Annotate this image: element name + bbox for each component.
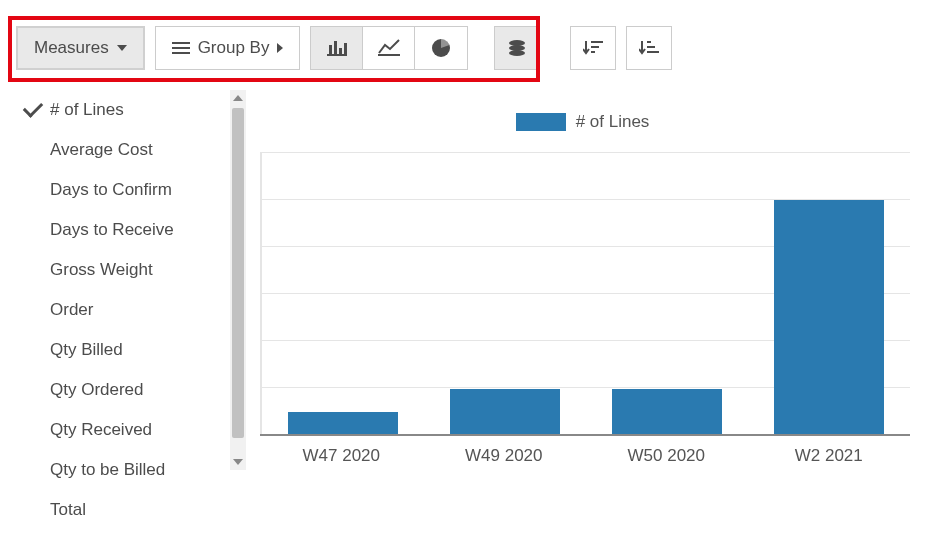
bar-chart-icon [327,39,347,57]
line-chart-button[interactable] [363,27,415,69]
bar[interactable] [288,412,398,436]
svg-rect-8 [378,54,400,56]
x-axis-tick: W49 2020 [434,446,574,466]
measures-option[interactable]: Qty Ordered [16,370,226,410]
measures-option[interactable]: Total [16,490,226,530]
svg-rect-6 [339,48,342,54]
chart-toolbar: Measures Group By [16,26,672,70]
measures-option[interactable]: Gross Weight [16,250,226,290]
scroll-up-arrow[interactable] [230,90,246,106]
list-icon [172,41,190,55]
chart-type-group [310,26,468,70]
measures-dropdown-menu: # of LinesAverage CostDays to ConfirmDay… [16,90,246,553]
svg-rect-3 [327,54,347,56]
bar[interactable] [774,200,884,436]
svg-rect-13 [591,41,603,43]
svg-point-12 [509,50,525,56]
svg-rect-0 [172,42,190,44]
sort-asc-button[interactable] [626,26,672,70]
measures-option[interactable]: Days to Confirm [16,170,226,210]
svg-rect-5 [334,41,337,54]
caret-down-icon [117,45,127,51]
measures-option[interactable]: Qty to be Billed [16,450,226,490]
sort-desc-icon [583,39,603,57]
caret-right-icon [277,43,283,53]
bar-slot [288,153,398,436]
measures-option[interactable]: Qty Billed [16,330,226,370]
bar-slot [450,153,560,436]
measures-option[interactable]: Average Cost [16,130,226,170]
svg-rect-14 [591,46,599,48]
chart-area: # of Lines W47 2020W49 2020W50 2020W2 20… [240,100,925,540]
svg-rect-1 [172,47,190,49]
svg-marker-20 [233,459,243,465]
svg-rect-2 [172,52,190,54]
sort-asc-icon [639,39,659,57]
legend-swatch [516,113,566,131]
svg-rect-4 [329,45,332,54]
bar-slot [774,153,884,436]
sort-desc-button[interactable] [570,26,616,70]
svg-rect-17 [647,46,655,48]
scroll-thumb[interactable] [232,108,244,438]
svg-rect-15 [591,51,595,53]
chart-x-axis: W47 2020W49 2020W50 2020W2 2021 [260,446,910,466]
stacked-toggle-button[interactable] [494,26,540,70]
measures-label: Measures [34,38,109,58]
svg-marker-19 [233,95,243,101]
measures-option[interactable]: # of Lines [16,90,226,130]
bar-slot [612,153,722,436]
measures-option[interactable]: Qty Received [16,410,226,450]
measures-dropdown-button[interactable]: Measures [16,26,145,70]
svg-rect-16 [647,41,651,43]
measures-option[interactable]: Days to Receive [16,210,226,250]
line-chart-icon [378,39,400,57]
scroll-down-arrow[interactable] [230,454,246,470]
svg-rect-7 [344,43,347,54]
groupby-label: Group By [198,38,270,58]
x-axis-tick: W2 2021 [759,446,899,466]
bar-chart-button[interactable] [311,27,363,69]
chart-plot [260,152,910,436]
pie-chart-button[interactable] [415,27,467,69]
chart-legend: # of Lines [240,112,925,132]
dropdown-scrollbar[interactable] [230,90,246,470]
bar[interactable] [450,389,560,436]
x-axis-tick: W47 2020 [271,446,411,466]
measures-option[interactable]: Order [16,290,226,330]
stack-icon [507,39,527,57]
group-by-dropdown-button[interactable]: Group By [155,26,301,70]
legend-label: # of Lines [576,112,650,132]
svg-rect-18 [647,51,659,53]
x-axis-tick: W50 2020 [596,446,736,466]
bar[interactable] [612,389,722,436]
pie-chart-icon [431,38,451,58]
